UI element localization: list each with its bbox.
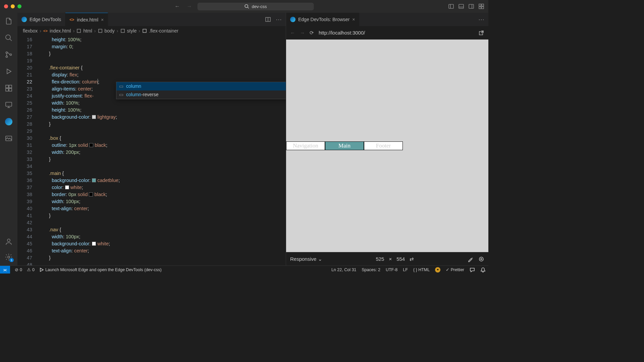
rotate-icon[interactable]: ⇄ (410, 256, 414, 262)
preview-nav-box: Navigation (286, 141, 325, 150)
crumb[interactable]: flexbox (23, 28, 38, 34)
tab-label: index.html (77, 17, 98, 22)
warnings-button[interactable]: ⚠0 (27, 267, 35, 272)
svg-point-15 (6, 56, 8, 58)
more-actions-button[interactable]: ⋯ (276, 16, 282, 23)
crumb[interactable]: .flex-container (149, 28, 178, 34)
svg-rect-4 (459, 4, 464, 8)
code-content[interactable]: height: 100%; margin: 0; } .flex-contain… (39, 36, 286, 265)
tab-browser[interactable]: Edge DevTools: Browser × (286, 13, 359, 26)
language-mode-button[interactable]: { } HTML (413, 267, 430, 272)
tab-edge-devtools[interactable]: Edge DevTools (17, 13, 65, 26)
remote-indicator[interactable] (0, 266, 10, 274)
svg-marker-37 (40, 268, 43, 272)
window-controls (4, 4, 21, 8)
responsive-dropdown[interactable]: Responsive ⌄ (290, 256, 322, 262)
extensions-icon[interactable] (4, 84, 13, 93)
breadcrumbs[interactable]: flexbox› <> index.html› html› body› styl… (17, 26, 286, 36)
indentation-button[interactable]: Spaces: 2 (362, 267, 380, 272)
browser-forward-button[interactable]: → (300, 30, 305, 36)
browser-back-button[interactable]: ← (290, 30, 295, 36)
svg-rect-31 (99, 29, 102, 33)
remote-explorer-icon[interactable] (4, 101, 13, 109)
errors-button[interactable]: ⊘0 (15, 267, 22, 272)
split-editor-icon[interactable] (265, 16, 271, 22)
svg-rect-11 (482, 7, 484, 9)
svg-line-13 (10, 39, 12, 41)
svg-rect-21 (9, 85, 12, 88)
settings-gear-icon[interactable]: 1 (4, 253, 13, 261)
svg-rect-22 (6, 102, 12, 106)
value-icon: ▭ (119, 91, 123, 98)
code-editor[interactable]: 1617181920212223242526272829303132333435… (17, 36, 286, 265)
browser-viewport: Navigation Main Footer (286, 40, 488, 252)
layout-panel-right-icon[interactable] (468, 3, 474, 9)
image-tools-icon[interactable] (4, 134, 13, 143)
svg-line-1 (248, 7, 249, 8)
layout-customize-icon[interactable] (478, 3, 484, 9)
suggest-option-column-reverse[interactable]: ▭ column-reverse (116, 90, 286, 99)
svg-rect-6 (469, 4, 474, 8)
nav-back-button[interactable]: ← (175, 3, 180, 9)
svg-point-35 (479, 257, 483, 261)
suggest-option-column[interactable]: ▭ column (116, 82, 286, 90)
tab-index-html[interactable]: <> index.html × (65, 13, 108, 26)
crumb[interactable]: body (105, 28, 115, 34)
copilot-icon[interactable]: ✦ (435, 267, 440, 273)
status-bar: ⊘0 ⚠0 Launch Microsoft Edge and open the… (0, 265, 488, 274)
search-sidebar-icon[interactable] (4, 34, 13, 42)
layout-panel-left-icon[interactable] (448, 3, 454, 9)
svg-rect-19 (6, 88, 8, 91)
cursor-position[interactable]: Ln 22, Col 31 (331, 267, 356, 272)
element-icon (76, 28, 81, 33)
viewport-height[interactable]: 554 (396, 256, 405, 262)
close-tab-button[interactable]: × (101, 17, 104, 22)
crumb[interactable]: style (127, 28, 137, 34)
activity-bar: 1 (0, 13, 17, 265)
preview-main-box: Main (325, 141, 364, 150)
search-text: dev-css (252, 4, 267, 9)
preview-footer-box: Footer (364, 141, 403, 150)
feedback-icon[interactable] (470, 267, 475, 273)
notifications-icon[interactable] (480, 267, 486, 273)
source-control-icon[interactable] (4, 50, 13, 59)
command-center-search[interactable]: dev-css (198, 3, 314, 10)
more-actions-button[interactable]: ⋯ (478, 16, 484, 23)
crumb[interactable]: html (83, 28, 92, 34)
url-text[interactable]: http://localhost:3000/ (319, 30, 474, 36)
svg-point-26 (7, 239, 10, 242)
svg-point-0 (245, 5, 248, 8)
line-number-gutter: 1617181920212223242526272829303132333435… (17, 36, 39, 265)
svg-rect-8 (479, 4, 481, 6)
edge-icon (290, 17, 296, 22)
browser-reload-button[interactable]: ⟳ (310, 30, 314, 36)
explorer-icon[interactable] (4, 17, 13, 25)
viewport-width[interactable]: 525 (376, 256, 384, 262)
titlebar: ← → dev-css (0, 0, 488, 13)
responsive-toolbar: Responsive ⌄ 525 × 554 ⇄ (286, 252, 488, 265)
encoding-button[interactable]: UTF-8 (386, 267, 397, 272)
eol-button[interactable]: LF (403, 267, 408, 272)
edge-tools-icon[interactable] (4, 117, 13, 126)
svg-point-16 (10, 54, 12, 56)
browser-toolbar: ← → ⟳ http://localhost:3000/ (286, 26, 488, 40)
search-icon (245, 4, 249, 9)
open-external-icon[interactable] (478, 30, 484, 36)
eyedropper-icon[interactable] (468, 256, 474, 262)
crumb[interactable]: index.html (50, 28, 71, 34)
account-icon[interactable] (4, 237, 13, 246)
close-window-button[interactable] (4, 4, 8, 8)
maximize-window-button[interactable] (17, 4, 21, 8)
minimize-window-button[interactable] (11, 4, 15, 8)
svg-point-12 (6, 35, 10, 40)
launch-edge-button[interactable]: Launch Microsoft Edge and open the Edge … (39, 267, 162, 272)
run-debug-icon[interactable] (4, 67, 13, 76)
autocomplete-popup[interactable]: ▭ column ▭ column-reverse (116, 82, 286, 99)
prettier-button[interactable]: ✓ Prettier (446, 267, 464, 272)
close-tab-button[interactable]: × (352, 17, 355, 22)
nav-forward-button[interactable]: → (187, 3, 192, 9)
layout-panel-bottom-icon[interactable] (458, 3, 464, 9)
svg-rect-33 (143, 29, 146, 33)
close-dimension-icon[interactable]: × (389, 256, 392, 262)
target-icon[interactable] (478, 256, 484, 262)
